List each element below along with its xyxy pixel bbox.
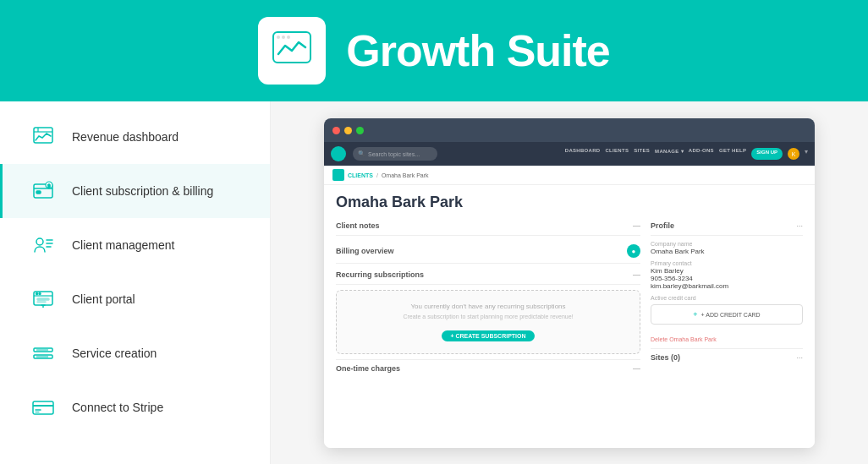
svg-rect-20: [37, 298, 49, 300]
svg-point-19: [39, 293, 41, 295]
client-notes-title: Client notes: [336, 221, 380, 230]
sidebar-item-revenue-dashboard-label: Revenue dashboard: [72, 130, 179, 144]
billing-dot: ●: [627, 244, 640, 258]
dot-green: [356, 127, 364, 134]
company-name-label: Company name: [651, 241, 803, 247]
recurring-subscriptions-header: Recurring subscriptions —: [336, 265, 640, 285]
sidebar-item-client-portal-label: Client portal: [72, 292, 135, 306]
sites-menu[interactable]: ···: [796, 353, 803, 362]
nav-links: DASHBOARD CLIENTS SITES MANAGE ▾ ADD-ONS…: [565, 148, 808, 160]
client-notes-toggle[interactable]: —: [633, 221, 640, 230]
main-content: Revenue dashboard $ Client subscription …: [0, 101, 868, 464]
app-title: Growth Suite: [346, 25, 610, 76]
svg-rect-9: [36, 191, 41, 194]
breadcrumb-section[interactable]: CLIENTS: [348, 172, 373, 178]
one-time-charges-title: One-time charges: [336, 364, 400, 373]
nav-link-gethelp[interactable]: GET HELP: [719, 148, 746, 160]
company-name-value: Omaha Bark Park: [651, 248, 803, 255]
nav-link-addons[interactable]: ADD-ONS: [689, 148, 714, 160]
recurring-subscriptions-title: Recurring subscriptions: [336, 270, 424, 279]
client-notes-header: Client notes —: [336, 216, 640, 236]
nav-link-sites[interactable]: SITES: [634, 148, 650, 160]
svg-text:$: $: [48, 183, 51, 188]
sidebar-item-connect-stripe[interactable]: Connect to Stripe: [0, 380, 270, 434]
one-time-charges-toggle[interactable]: —: [633, 364, 640, 373]
svg-rect-21: [37, 302, 46, 303]
left-column: Client notes — Billing overview ● Recurr…: [336, 216, 640, 448]
delete-client-link[interactable]: Delete Omaha Bark Park: [651, 336, 717, 342]
billing-icon: $: [28, 176, 58, 206]
sidebar-item-revenue-dashboard[interactable]: Revenue dashboard: [0, 110, 270, 164]
plus-icon: +: [693, 310, 697, 319]
browser-window: 🔍 Search topic sites... DASHBOARD CLIENT…: [324, 118, 815, 448]
page-title: Omaha Bark Park: [324, 185, 815, 216]
dot-red: [332, 127, 340, 134]
nav-search-text: Search topic sites...: [368, 151, 420, 157]
stripe-icon: [28, 392, 58, 423]
billing-overview-header: Billing overview ●: [336, 239, 640, 264]
contact-name: Kim Barley: [651, 267, 803, 275]
sidebar-item-client-management-label: Client management: [72, 238, 174, 252]
management-icon: [28, 230, 58, 260]
empty-state-title: You currently don't have any recurring s…: [345, 303, 631, 310]
sidebar-item-client-subscription[interactable]: $ Client subscription & billing: [0, 164, 270, 218]
dot-yellow: [344, 127, 352, 134]
svg-point-18: [36, 293, 38, 295]
primary-contact-label: Primary contact: [651, 260, 803, 266]
nav-link-dashboard[interactable]: DASHBOARD: [565, 148, 601, 160]
search-icon: 🔍: [358, 150, 365, 157]
one-time-charges-section: One-time charges —: [336, 359, 640, 377]
nav-logo-icon: [331, 146, 346, 161]
breadcrumb-separator: /: [376, 172, 378, 178]
browser-area: 🔍 Search topic sites... DASHBOARD CLIENT…: [271, 101, 868, 464]
empty-subscription-box: You currently don't have any recurring s…: [336, 290, 640, 354]
nav-chevron-icon: ▾: [805, 148, 808, 160]
breadcrumb-home-icon: [332, 169, 344, 181]
nav-avatar[interactable]: K: [788, 148, 799, 160]
svg-point-12: [36, 238, 43, 245]
logo-box: [258, 17, 326, 85]
sidebar: Revenue dashboard $ Client subscription …: [0, 101, 271, 464]
service-icon: [28, 338, 58, 368]
empty-state-subtitle: Create a subscription to start planning …: [345, 314, 631, 319]
sidebar-item-service-creation[interactable]: Service creation: [0, 326, 270, 380]
recurring-subscriptions-toggle[interactable]: —: [633, 270, 640, 279]
sidebar-item-service-creation-label: Service creation: [72, 347, 157, 360]
sites-section: Sites (0) ···: [651, 348, 803, 366]
sidebar-item-connect-stripe-label: Connect to Stripe: [72, 401, 163, 414]
svg-point-3: [287, 35, 290, 39]
credit-card-label: Active credit card: [651, 295, 803, 301]
two-column-layout: Client notes — Billing overview ● Recurr…: [324, 216, 815, 448]
sidebar-item-client-subscription-label: Client subscription & billing: [72, 184, 213, 198]
billing-overview-title: Billing overview: [336, 247, 394, 255]
sidebar-item-client-management[interactable]: Client management: [0, 218, 270, 272]
profile-title: Profile: [651, 221, 674, 230]
breadcrumb: CLIENTS / Omaha Bark Park: [324, 166, 815, 185]
add-credit-card-text: + ADD CREDIT CARD: [701, 312, 761, 318]
nav-link-manage[interactable]: MANAGE ▾: [655, 148, 684, 160]
nav-link-clients[interactable]: CLIENTS: [605, 148, 629, 160]
create-subscription-button[interactable]: + CREATE SUBSCRIPTION: [442, 330, 534, 341]
logo-icon: [272, 30, 312, 72]
contact-email: kim.barley@barkmail.com: [651, 282, 803, 290]
chart-icon: [28, 122, 58, 152]
svg-point-1: [277, 35, 280, 39]
breadcrumb-current: Omaha Bark Park: [382, 172, 429, 178]
profile-menu[interactable]: ···: [796, 221, 803, 230]
sites-title: Sites (0): [651, 353, 680, 362]
contact-phone: 905-356-3234: [651, 275, 803, 282]
profile-header: Profile ···: [651, 216, 803, 236]
page-content: Omaha Bark Park Client notes — Billing o…: [324, 185, 815, 448]
app-header: Growth Suite: [0, 0, 868, 101]
right-column: Profile ··· Company name Omaha Bark Park…: [651, 216, 803, 448]
portal-icon: [28, 284, 58, 314]
browser-titlebar: [324, 118, 815, 142]
add-credit-card-button[interactable]: + + ADD CREDIT CARD: [651, 304, 803, 325]
nav-search-bar[interactable]: 🔍 Search topic sites...: [353, 147, 437, 161]
browser-navbar: 🔍 Search topic sites... DASHBOARD CLIENT…: [324, 142, 815, 166]
svg-point-2: [282, 35, 285, 39]
nav-signup-button[interactable]: SIGN UP: [751, 148, 783, 160]
sidebar-item-client-portal[interactable]: Client portal: [0, 272, 270, 326]
